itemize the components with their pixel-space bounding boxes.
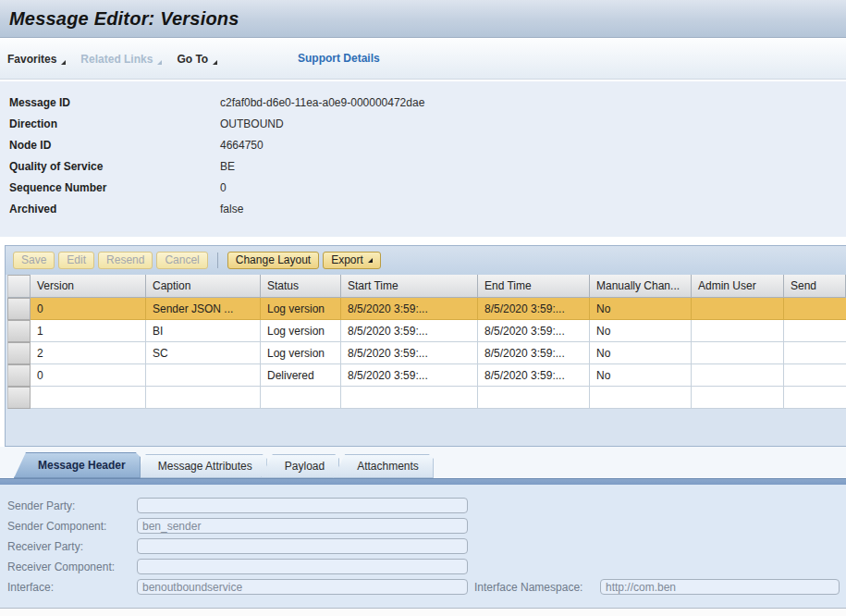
- cell-sender[interactable]: [784, 320, 846, 342]
- cell-version[interactable]: [31, 387, 146, 409]
- cell-manually-changed[interactable]: No: [590, 298, 692, 320]
- form-row-sender-party: Sender Party:: [0, 497, 846, 517]
- row-selector[interactable]: [7, 342, 31, 364]
- column-header-end-time[interactable]: End Time: [478, 275, 590, 298]
- cell-caption[interactable]: [146, 387, 261, 409]
- table-row[interactable]: 1 BI Log version 8/5/2020 3:59:... 8/5/2…: [7, 320, 846, 342]
- cell-end-time[interactable]: 8/5/2020 3:59:...: [478, 320, 590, 342]
- column-header-caption[interactable]: Caption: [146, 275, 261, 298]
- cell-version[interactable]: 0: [31, 298, 146, 320]
- title-bar: Message Editor: Versions: [0, 0, 846, 38]
- interface-field[interactable]: [137, 579, 468, 595]
- cell-admin-user[interactable]: [692, 342, 784, 364]
- column-header-admin-user[interactable]: Admin User: [692, 275, 784, 298]
- cell-caption[interactable]: [146, 364, 261, 387]
- detail-label: Direction: [9, 114, 220, 135]
- change-layout-button[interactable]: Change Layout: [227, 252, 319, 269]
- cell-sender[interactable]: [784, 342, 846, 364]
- cell-admin-user[interactable]: [692, 320, 784, 342]
- cell-caption[interactable]: Sender JSON ...: [146, 298, 261, 320]
- interface-namespace-field[interactable]: [600, 579, 840, 595]
- interface-namespace-label: Interface Namespace:: [474, 581, 582, 594]
- sender-component-label: Sender Component:: [7, 520, 106, 533]
- detail-label: Node ID: [9, 135, 220, 156]
- cancel-button[interactable]: Cancel: [156, 252, 207, 269]
- detail-label: Sequence Number: [9, 178, 220, 199]
- receiver-party-field[interactable]: [137, 538, 468, 554]
- cell-end-time[interactable]: 8/5/2020 3:59:...: [478, 342, 590, 364]
- cell-caption[interactable]: SC: [146, 342, 261, 364]
- menu-related-links: Related Links: [80, 53, 162, 66]
- table-header-row: Version Caption Status Start Time End Ti…: [7, 275, 846, 298]
- tab-message-header[interactable]: Message Header: [14, 452, 141, 478]
- detail-label: Archived: [9, 199, 220, 220]
- detail-row-sequence-number: Sequence Number 0: [0, 178, 846, 199]
- cell-status[interactable]: Log version: [261, 342, 341, 364]
- menu-bar: Favorites Related Links Go To Support De…: [0, 39, 846, 80]
- resend-button[interactable]: Resend: [98, 252, 153, 269]
- export-button[interactable]: Export: [323, 252, 381, 269]
- menu-go-to[interactable]: Go To: [177, 53, 217, 66]
- cell-version[interactable]: 0: [31, 364, 146, 387]
- cell-manually-changed[interactable]: [590, 387, 692, 409]
- cell-start-time[interactable]: [341, 387, 478, 409]
- column-header-start-time[interactable]: Start Time: [341, 275, 478, 298]
- dropdown-triangle-icon: [368, 258, 373, 263]
- table-row[interactable]: 0 Delivered 8/5/2020 3:59:... 8/5/2020 3…: [7, 364, 846, 387]
- column-header-version[interactable]: Version: [31, 275, 146, 298]
- message-header-panel: Sender Party: Sender Component: Receiver…: [0, 485, 846, 609]
- cell-admin-user[interactable]: [692, 364, 784, 387]
- cell-sender[interactable]: [784, 298, 846, 320]
- receiver-component-field[interactable]: [137, 559, 468, 574]
- column-header-manually-changed[interactable]: Manually Chan...: [590, 275, 692, 298]
- row-selector[interactable]: [7, 364, 31, 387]
- tab-message-attributes[interactable]: Message Attributes: [134, 454, 267, 478]
- message-id-value: c2faf0bd-d6e0-11ea-a0e9-000000472dae: [220, 92, 424, 114]
- interface-label: Interface:: [7, 581, 54, 594]
- column-header-sender[interactable]: Send: [784, 275, 846, 298]
- detail-row-message-id: Message ID c2faf0bd-d6e0-11ea-a0e9-00000…: [0, 92, 846, 114]
- cell-admin-user[interactable]: [692, 387, 784, 409]
- cell-manually-changed[interactable]: No: [590, 342, 692, 364]
- table-row-empty[interactable]: [7, 387, 846, 409]
- cell-sender[interactable]: [784, 387, 846, 409]
- sequence-number-value: 0: [220, 178, 227, 199]
- receiver-party-label: Receiver Party:: [7, 540, 83, 553]
- cell-start-time[interactable]: 8/5/2020 3:59:...: [341, 320, 478, 342]
- row-selector[interactable]: [7, 298, 31, 320]
- save-button[interactable]: Save: [13, 252, 55, 269]
- cell-end-time[interactable]: 8/5/2020 3:59:...: [478, 364, 590, 387]
- cell-admin-user[interactable]: [692, 298, 784, 320]
- cell-status[interactable]: Log version: [261, 298, 341, 320]
- edit-button[interactable]: Edit: [58, 252, 94, 269]
- cell-version[interactable]: 1: [31, 320, 146, 342]
- cell-version[interactable]: 2: [31, 342, 146, 364]
- sender-component-field[interactable]: [137, 518, 468, 534]
- export-button-label: Export: [331, 253, 363, 266]
- cell-status[interactable]: Log version: [261, 320, 341, 342]
- cell-status[interactable]: Delivered: [261, 364, 341, 387]
- cell-end-time[interactable]: [478, 387, 590, 409]
- row-selector[interactable]: [7, 387, 31, 409]
- cell-start-time[interactable]: 8/5/2020 3:59:...: [341, 364, 478, 387]
- cell-start-time[interactable]: 8/5/2020 3:59:...: [341, 298, 478, 320]
- support-details-link[interactable]: Support Details: [298, 52, 380, 65]
- select-all-header-cell[interactable]: [7, 275, 31, 298]
- tab-payload[interactable]: Payload: [261, 454, 339, 478]
- menu-favorites[interactable]: Favorites: [7, 53, 66, 66]
- node-id-value: 4664750: [220, 135, 264, 156]
- versions-table: Version Caption Status Start Time End Ti…: [7, 275, 846, 409]
- tab-attachments[interactable]: Attachments: [333, 454, 434, 478]
- cell-end-time[interactable]: 8/5/2020 3:59:...: [478, 298, 590, 320]
- sender-party-field[interactable]: [137, 498, 468, 513]
- cell-status[interactable]: [261, 387, 341, 409]
- cell-manually-changed[interactable]: No: [590, 320, 692, 342]
- cell-manually-changed[interactable]: No: [590, 364, 692, 387]
- table-row[interactable]: 0 Sender JSON ... Log version 8/5/2020 3…: [7, 298, 846, 320]
- cell-sender[interactable]: [784, 364, 846, 387]
- cell-caption[interactable]: BI: [146, 320, 261, 342]
- column-header-status[interactable]: Status: [261, 275, 341, 298]
- table-row[interactable]: 2 SC Log version 8/5/2020 3:59:... 8/5/2…: [7, 342, 846, 364]
- cell-start-time[interactable]: 8/5/2020 3:59:...: [341, 342, 478, 364]
- row-selector[interactable]: [7, 320, 31, 342]
